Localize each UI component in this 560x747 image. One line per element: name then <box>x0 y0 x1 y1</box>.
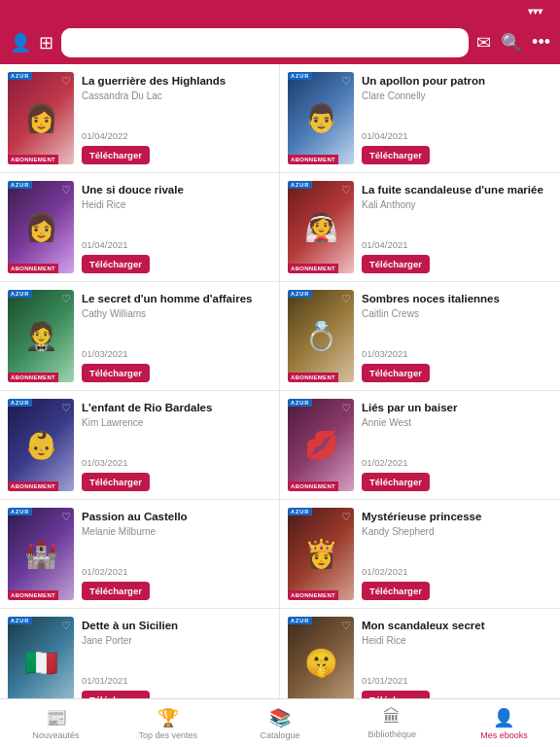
bibliotheque-label: Bibliothèque <box>368 729 416 739</box>
book-item: AZUR 👶 abonnement ♡ L'enfant de Rio Bard… <box>0 391 280 500</box>
download-button[interactable]: Télécharger <box>82 582 150 600</box>
heart-icon[interactable]: ♡ <box>341 511 351 523</box>
book-cover: AZUR 👸 abonnement ♡ <box>288 508 354 600</box>
abonnement-badge: abonnement <box>288 590 338 600</box>
tab-bar <box>61 28 469 57</box>
download-button[interactable]: Télécharger <box>362 691 430 698</box>
download-button[interactable]: Télécharger <box>362 146 430 164</box>
book-cover: AZUR 🇮🇹 abonnement ♡ <box>8 617 74 698</box>
book-author: Jane Porter <box>82 635 271 646</box>
book-date: 01/02/2021 <box>362 566 552 577</box>
tab-all[interactable] <box>61 28 265 57</box>
download-button[interactable]: Télécharger <box>82 473 150 491</box>
bottom-nav-bibliotheque[interactable]: 🏛 Bibliothèque <box>336 699 448 747</box>
book-author: Heidi Rice <box>82 199 271 210</box>
book-info: Liés par un baiser Annie West 01/02/2021… <box>362 399 552 491</box>
notification-icon[interactable]: ✉ <box>476 32 491 53</box>
book-author: Melanie Milburne <box>82 526 271 537</box>
book-author: Kim Lawrence <box>82 417 271 428</box>
book-list-scroll[interactable]: AZUR 👩 abonnement ♡ La guerrière des Hig… <box>0 64 560 698</box>
download-button[interactable]: Télécharger <box>82 364 150 382</box>
download-button[interactable]: Télécharger <box>82 255 150 273</box>
book-date: 01/01/2021 <box>82 675 271 686</box>
bottom-nav-catalogue[interactable]: 📚 Catalogue <box>224 699 335 747</box>
nav-left-icons: 👤 ⊞ <box>10 32 53 53</box>
book-cover: AZUR 👰 abonnement ♡ <box>288 181 354 273</box>
abonnement-badge: abonnement <box>8 155 58 164</box>
heart-icon[interactable]: ♡ <box>341 620 351 632</box>
book-info: La guerrière des Highlands Cassandra Du … <box>82 72 271 164</box>
heart-icon[interactable]: ♡ <box>341 75 351 88</box>
book-date: 01/03/2021 <box>362 348 552 359</box>
abonnement-badge: abonnement <box>288 481 338 491</box>
book-title: Une si douce rivale <box>82 183 271 197</box>
book-cover: AZUR 💍 abonnement ♡ <box>288 290 354 382</box>
book-item: AZUR 👨 abonnement ♡ Un apollon pour patr… <box>280 64 560 173</box>
book-title: Liés par un baiser <box>362 401 552 415</box>
book-grid: AZUR 👩 abonnement ♡ La guerrière des Hig… <box>0 64 560 698</box>
download-button[interactable]: Télécharger <box>362 582 430 600</box>
tab-subscriptions[interactable] <box>265 28 470 57</box>
book-item: AZUR 🇮🇹 abonnement ♡ Dette à un Sicilien… <box>0 609 280 698</box>
book-item: AZUR 💋 abonnement ♡ Liés par un baiser A… <box>280 391 560 500</box>
book-cover: AZUR 💋 abonnement ♡ <box>288 399 354 491</box>
heart-icon[interactable]: ♡ <box>61 402 71 414</box>
book-cover: AZUR 🏰 abonnement ♡ <box>8 508 74 600</box>
download-button[interactable]: Télécharger <box>82 146 150 164</box>
book-title: L'enfant de Rio Bardales <box>82 401 271 415</box>
wifi-icon: ▾▾▾ <box>528 6 542 17</box>
bottom-nav: 📰 Nouveautés 🏆 Top des ventes 📚 Catalogu… <box>0 698 560 747</box>
book-author: Kandy Shepherd <box>362 526 552 537</box>
book-title: Passion au Castello <box>82 510 271 524</box>
abonnement-badge: abonnement <box>8 373 58 382</box>
book-title: Mon scandaleux secret <box>362 619 552 633</box>
book-info: Le secret d'un homme d'affaires Cathy Wi… <box>82 290 271 382</box>
heart-icon[interactable]: ♡ <box>61 293 71 305</box>
download-button[interactable]: Télécharger <box>362 364 430 382</box>
book-author: Cassandra Du Lac <box>82 90 271 101</box>
grid-icon[interactable]: ⊞ <box>39 32 53 53</box>
heart-icon[interactable]: ♡ <box>61 511 71 523</box>
book-cover: AZUR 👨 abonnement ♡ <box>288 72 354 164</box>
book-date: 01/04/2021 <box>82 239 271 250</box>
download-button[interactable]: Télécharger <box>362 473 430 491</box>
nav-right-icons: ✉ 🔍 ••• <box>476 32 550 53</box>
catalogue-label: Catalogue <box>260 730 299 740</box>
heart-icon[interactable]: ♡ <box>341 402 351 414</box>
status-bar: ▾▾▾ <box>0 0 560 21</box>
book-cover: AZUR 🤵 abonnement ♡ <box>8 290 74 382</box>
book-title: Dette à un Sicilien <box>82 619 271 633</box>
heart-icon[interactable]: ♡ <box>61 75 71 88</box>
search-icon[interactable]: 🔍 <box>501 32 522 53</box>
heart-icon[interactable]: ♡ <box>61 620 71 632</box>
abonnement-badge: abonnement <box>288 155 338 164</box>
book-info: Sombres noces italiennes Caitlin Crews 0… <box>362 290 552 382</box>
status-indicators: ▾▾▾ <box>528 6 548 17</box>
mes-ebooks-label: Mes ebooks <box>480 730 528 740</box>
book-info: La fuite scandaleuse d'une mariée Kali A… <box>362 181 552 273</box>
book-cover: AZUR 👩 abonnement ♡ <box>8 181 74 273</box>
book-info: Passion au Castello Melanie Milburne 01/… <box>82 508 271 600</box>
bottom-nav-top-ventes[interactable]: 🏆 Top des ventes <box>112 699 224 747</box>
book-info: Un apollon pour patron Clare Connelly 01… <box>362 72 552 164</box>
more-icon[interactable]: ••• <box>532 32 550 53</box>
book-date: 01/02/2021 <box>82 566 271 577</box>
book-item: AZUR 🤵 abonnement ♡ Le secret d'un homme… <box>0 282 280 391</box>
heart-icon[interactable]: ♡ <box>341 184 351 196</box>
book-date: 01/04/2021 <box>362 130 552 141</box>
book-date: 01/01/2021 <box>362 675 552 686</box>
profile-icon[interactable]: 👤 <box>10 32 31 53</box>
heart-icon[interactable]: ♡ <box>341 293 351 305</box>
catalogue-icon: 📚 <box>269 707 291 729</box>
book-item: AZUR 💍 abonnement ♡ Sombres noces italie… <box>280 282 560 391</box>
download-button[interactable]: Télécharger <box>82 691 150 698</box>
heart-icon[interactable]: ♡ <box>61 184 71 196</box>
book-date: 01/03/2021 <box>82 457 271 468</box>
download-button[interactable]: Télécharger <box>362 255 430 273</box>
bottom-nav-mes-ebooks[interactable]: 👤 Mes ebooks <box>448 699 560 747</box>
mes-ebooks-icon: 👤 <box>493 707 514 729</box>
book-date: 01/03/2021 <box>82 348 271 359</box>
bottom-nav-nouveautes[interactable]: 📰 Nouveautés <box>0 699 112 747</box>
book-date: 01/02/2021 <box>362 457 552 468</box>
book-info: Mon scandaleux secret Heidi Rice 01/01/2… <box>362 617 552 698</box>
